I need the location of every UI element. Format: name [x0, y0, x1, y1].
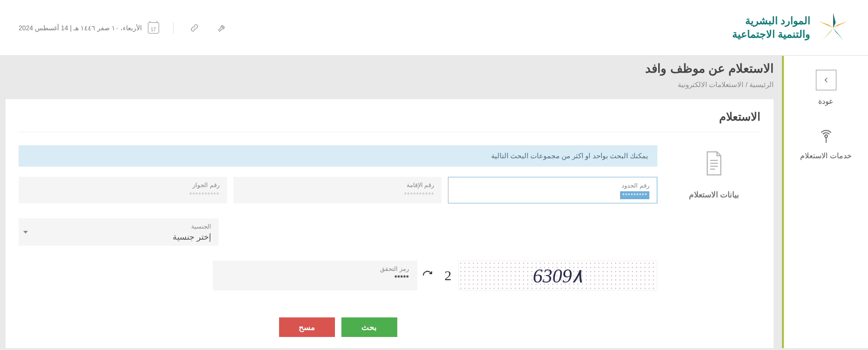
link-icon[interactable] [187, 21, 201, 35]
nationality-label: الجنسية [26, 223, 211, 230]
logo-line1: الموارد البشرية [732, 14, 810, 28]
date-box: 17 الأربعاء، ١٠ صفر ١٤٤٦ هـ | 14 أغسطس 2… [19, 22, 174, 34]
button-row: بحث مسح [19, 317, 657, 337]
chevron-down-icon [23, 231, 28, 234]
search-button[interactable]: بحث [341, 317, 397, 337]
logo-icon [817, 12, 849, 44]
border-number-field[interactable]: رقم الحدود ********* [448, 177, 657, 203]
panel-side-info: بيانات الاستعلام [668, 145, 761, 337]
top-left-tools: 17 الأربعاء، ١٠ صفر ١٤٤٦ هـ | 14 أغسطس 2… [19, 21, 229, 35]
content-column: الاستعلام عن موظف وافد الرئيسية / الاستع… [0, 56, 774, 348]
logo-text: الموارد البشرية والتنمية الاجتماعية [732, 14, 810, 41]
panel-body: بيانات الاستعلام يمكنك البحث بواحد او اك… [19, 132, 761, 337]
nationality-field[interactable]: الجنسية إختر جنسية [19, 218, 219, 246]
fields-row-1: رقم الحدود ********* رقم الإقامة *******… [19, 177, 657, 203]
captcha-image: 6309٨ [458, 261, 657, 290]
svg-marker-4 [819, 21, 833, 28]
nav-back[interactable]: عودة [816, 70, 836, 106]
captcha-row: 6309٨ 2 رمز التحقق ***** [19, 261, 657, 290]
svg-marker-2 [833, 28, 843, 40]
inquiry-panel: الاستعلام بيانات الاستعلام يمكنك البحث ب… [6, 99, 774, 348]
captcha-extra-digit: 2 [438, 261, 458, 290]
info-banner: يمكنك البحث بواحد او اكثر من مجموعات الب… [19, 145, 657, 167]
side-label: بيانات الاستعلام [689, 190, 740, 200]
breadcrumb: الرئيسية / الاستعلامات الالكترونية [6, 81, 774, 89]
captcha-refresh-button[interactable] [417, 261, 438, 290]
wrench-icon[interactable] [215, 21, 229, 35]
document-icon [702, 150, 726, 177]
captcha-input-field[interactable]: رمز التحقق ***** [213, 261, 417, 290]
logo-line2: والتنمية الاجتماعية [732, 28, 810, 41]
fields-row-2: الجنسية إختر جنسية [19, 218, 657, 246]
clear-button[interactable]: مسح [279, 317, 335, 337]
nav-back-label: عودة [818, 97, 834, 106]
svg-marker-3 [823, 28, 833, 40]
form-area: يمكنك البحث بواحد او اكثر من مجموعات الب… [19, 145, 657, 337]
iqama-input[interactable]: ********** [404, 191, 434, 198]
nationality-select[interactable]: إختر جنسية [173, 232, 211, 242]
antenna-icon [818, 129, 834, 145]
logo-area: الموارد البشرية والتنمية الاجتماعية [732, 12, 849, 44]
panel-title: الاستعلام [19, 110, 761, 123]
passport-number-field[interactable]: رقم الجواز ********** [19, 177, 227, 203]
top-bar: الموارد البشرية والتنمية الاجتماعية 17 ا… [0, 0, 868, 56]
iqama-number-field[interactable]: رقم الإقامة ********** [234, 177, 442, 203]
svg-point-5 [825, 135, 828, 138]
border-input[interactable]: ********* [620, 191, 649, 199]
nav-services[interactable]: خدمات الاستعلام [800, 129, 851, 160]
date-text: الأربعاء، ١٠ صفر ١٤٤٦ هـ | 14 أغسطس 2024 [19, 24, 142, 32]
breadcrumb-inquiries[interactable]: الاستعلامات الالكترونية [678, 81, 743, 88]
main-wrap: عودة خدمات الاستعلام الاستعلام عن موظف و… [0, 56, 868, 348]
passport-label: رقم الجواز [26, 182, 220, 188]
captcha-label: رمز التحقق [221, 265, 409, 272]
page-title: الاستعلام عن موظف وافد [6, 61, 774, 76]
calendar-icon: 17 [148, 22, 159, 34]
chevron-left-icon [816, 70, 836, 90]
passport-input[interactable]: ********** [189, 191, 219, 198]
breadcrumb-home[interactable]: الرئيسية [749, 81, 774, 88]
border-label: رقم الحدود [456, 182, 649, 189]
iqama-label: رقم الإقامة [241, 182, 434, 188]
captcha-input[interactable]: ***** [394, 274, 409, 282]
nav-services-label: خدمات الاستعلام [800, 151, 851, 160]
svg-marker-0 [833, 13, 836, 27]
right-sidebar: عودة خدمات الاستعلام [782, 56, 868, 348]
